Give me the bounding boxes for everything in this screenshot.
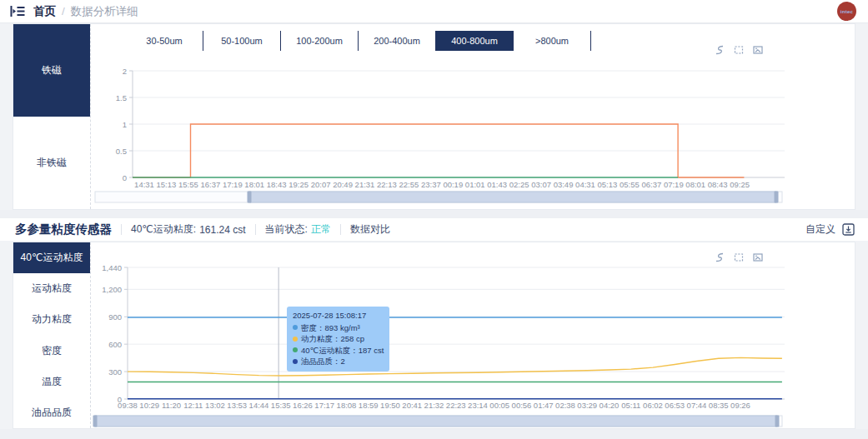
svg-text:01:43: 01:43 [487, 180, 507, 189]
svg-text:22:23: 22:23 [446, 401, 466, 410]
svg-text:600: 600 [108, 340, 122, 349]
series-dot [293, 359, 298, 364]
chart-tooltip: 2025-07-28 15:08:17 密度：893 kg/m³ 动力粘度：25… [287, 307, 389, 372]
svg-text:08:01: 08:01 [685, 180, 705, 189]
tooltip-text: 动力粘度：258 cp [301, 333, 364, 345]
svg-text:00:19: 00:19 [443, 180, 463, 189]
svg-text:1,200: 1,200 [102, 285, 122, 294]
datazoom-selection[interactable] [95, 416, 777, 427]
svg-text:10:29: 10:29 [139, 401, 159, 410]
viscosity-side-tab[interactable]: 温度 [13, 367, 90, 397]
tooltip-row: 油品品质：2 [293, 356, 384, 367]
particle-side-tab[interactable]: 非铁磁 [13, 117, 90, 209]
svg-text:22:13: 22:13 [377, 180, 397, 189]
svg-text:03:07: 03:07 [531, 180, 551, 189]
series-动力粘度 [128, 357, 782, 376]
viscosity-chart: 03006009001,2001,44009:3810:2911:2012:11… [91, 247, 856, 430]
svg-text:09:26: 09:26 [730, 401, 750, 410]
svg-text:22:55: 22:55 [399, 180, 419, 189]
data-compare-link[interactable]: 数据对比 [350, 222, 390, 237]
tooltip-row: 动力粘度：258 cp [293, 333, 384, 345]
svg-text:23:37: 23:37 [421, 180, 441, 189]
breadcrumb-current: 数据分析详细 [71, 4, 138, 19]
svg-text:18:43: 18:43 [267, 180, 287, 189]
svg-text:1.5: 1.5 [116, 93, 127, 102]
svg-text:1,440: 1,440 [102, 263, 122, 272]
viscosity-side-tab[interactable]: 运动粘度 [13, 273, 90, 304]
svg-text:16:26: 16:26 [293, 401, 313, 410]
viscosity-side-tabs: 40℃运动粘度运动粘度动力粘度密度温度油品品质 [13, 242, 91, 428]
customize-button[interactable]: 自定义 [805, 222, 835, 237]
svg-text:05:55: 05:55 [620, 180, 640, 189]
svg-text:20:07: 20:07 [311, 180, 331, 189]
svg-text:2: 2 [123, 67, 127, 76]
svg-text:19:50: 19:50 [380, 401, 400, 410]
particle-side-tab[interactable]: 铁磁 [13, 24, 90, 117]
breadcrumb: 首页 / 数据分析详细 [33, 4, 138, 19]
svg-text:05:11: 05:11 [621, 401, 640, 410]
viscosity-side-tab[interactable]: 40℃运动粘度 [13, 242, 90, 273]
svg-text:07:44: 07:44 [687, 401, 707, 410]
svg-text:20:41: 20:41 [402, 401, 422, 410]
datazoom-handle[interactable] [248, 192, 252, 203]
series-dot [293, 347, 298, 352]
sidebar-collapse-icon[interactable] [10, 5, 25, 17]
svg-text:09:25: 09:25 [730, 180, 750, 189]
svg-text:07:19: 07:19 [664, 180, 684, 189]
viscosity-side-tab[interactable]: 油品品质 [13, 397, 90, 428]
svg-text:09:38: 09:38 [118, 401, 138, 410]
sensor-header: 多参量粘度传感器 40℃运动粘度: 161.24 cst 当前状态: 正常 数据… [0, 218, 868, 241]
svg-text:04:20: 04:20 [600, 401, 620, 410]
particle-panel: 铁磁非铁磁 30-50um50-100um100-200um200-400um4… [13, 23, 855, 210]
viscosity-side-tab[interactable]: 动力粘度 [13, 304, 90, 335]
viscosity-side-tab[interactable]: 密度 [13, 336, 90, 367]
breadcrumb-separator: / [62, 5, 65, 17]
header-divider [121, 224, 122, 235]
svg-text:300: 300 [108, 367, 122, 377]
particle-chart: 00.511.5214:3115:1315:5516:3717:1918:011… [91, 41, 856, 207]
svg-text:08:35: 08:35 [709, 401, 729, 410]
bottom-band [0, 429, 868, 439]
svg-text:21:32: 21:32 [424, 401, 444, 410]
user-avatar[interactable]: intec [837, 2, 856, 21]
svg-text:18:08: 18:08 [337, 401, 357, 410]
series-dot [293, 325, 298, 330]
datazoom-handle[interactable] [93, 416, 98, 427]
tooltip-items: 密度：893 kg/m³ 动力粘度：258 cp 40℃运动粘度：187 cst… [293, 322, 384, 367]
svg-text:17:19: 17:19 [223, 180, 243, 189]
svg-text:13:53: 13:53 [227, 401, 247, 410]
svg-text:00:05: 00:05 [489, 401, 509, 410]
svg-text:14:31: 14:31 [134, 180, 154, 189]
svg-text:08:43: 08:43 [708, 180, 728, 189]
svg-text:02:25: 02:25 [509, 180, 529, 189]
header-right: 自定义 [805, 218, 855, 241]
top-bar: 首页 / 数据分析详细 intec [0, 0, 868, 23]
export-download-icon[interactable] [842, 223, 855, 236]
svg-text:19:25: 19:25 [288, 180, 309, 189]
svg-text:13:02: 13:02 [205, 401, 225, 410]
tooltip-text: 密度：893 kg/m³ [301, 322, 360, 334]
datazoom-handle[interactable] [775, 192, 779, 203]
tooltip-timestamp: 2025-07-28 15:08:17 [293, 310, 384, 322]
page: 首页 / 数据分析详细 intec 铁磁非铁磁 30-50um50-100um1… [0, 0, 868, 439]
metric-label: 40℃运动粘度: [131, 222, 196, 237]
svg-text:12:11: 12:11 [183, 401, 203, 410]
status-badge: 正常 [311, 222, 331, 237]
svg-text:15:55: 15:55 [178, 180, 198, 189]
svg-text:900: 900 [108, 312, 122, 322]
breadcrumb-home[interactable]: 首页 [33, 4, 56, 19]
svg-text:23:14: 23:14 [468, 401, 488, 410]
svg-text:06:37: 06:37 [641, 180, 661, 189]
header-divider [255, 224, 256, 235]
particle-side-tabs: 铁磁非铁磁 [13, 24, 91, 209]
svg-text:01:01: 01:01 [465, 180, 485, 189]
svg-text:0: 0 [123, 173, 127, 182]
datazoom-selection[interactable] [249, 192, 776, 202]
menu-fold-icon [10, 5, 25, 17]
svg-text:15:35: 15:35 [271, 401, 291, 410]
svg-text:18:59: 18:59 [359, 401, 379, 410]
datazoom-handle[interactable] [775, 416, 780, 427]
svg-text:16:37: 16:37 [200, 180, 220, 189]
svg-text:21:31: 21:31 [355, 180, 375, 189]
sensor-title: 多参量粘度传感器 [15, 222, 112, 237]
